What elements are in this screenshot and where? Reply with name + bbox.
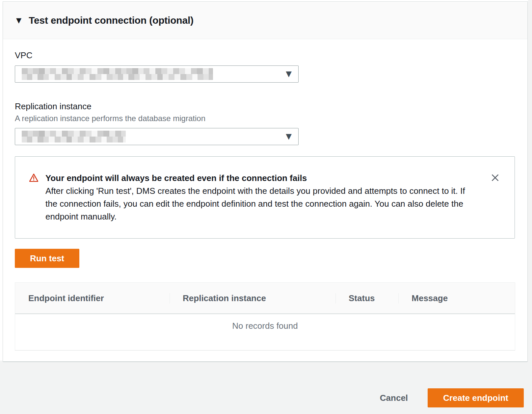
warning-alert-title: Your endpoint will always be created eve… bbox=[45, 172, 473, 185]
vpc-select[interactable]: ▼ bbox=[15, 65, 299, 83]
chevron-down-icon: ▼ bbox=[286, 70, 292, 78]
replication-instance-field-group: Replication instance A replication insta… bbox=[15, 101, 514, 145]
replication-instance-label: Replication instance bbox=[15, 101, 514, 112]
vpc-field-group: VPC ▼ bbox=[15, 50, 514, 83]
close-icon bbox=[490, 173, 500, 184]
test-endpoint-connection-panel: ▼ Test endpoint connection (optional) VP… bbox=[3, 1, 528, 362]
cancel-button[interactable]: Cancel bbox=[380, 388, 408, 407]
vpc-select-value-redacted bbox=[22, 68, 213, 80]
warning-alert: Your endpoint will always be created eve… bbox=[15, 156, 515, 239]
section-title: Test endpoint connection (optional) bbox=[29, 15, 194, 26]
warning-alert-content: Your endpoint will always be created eve… bbox=[45, 172, 473, 223]
form-actions-footer: Cancel Create endpoint bbox=[0, 362, 532, 414]
replication-instance-select-value-redacted bbox=[22, 131, 126, 142]
test-results-table: Endpoint identifier Replication instance… bbox=[15, 282, 515, 350]
warning-alert-body: After clicking 'Run test', DMS creates t… bbox=[45, 185, 473, 223]
column-header-replication-instance: Replication instance bbox=[170, 293, 335, 303]
column-header-endpoint-identifier: Endpoint identifier bbox=[15, 293, 170, 303]
section-expand-caret-icon: ▼ bbox=[16, 17, 21, 24]
page-left-margin bbox=[0, 0, 3, 361]
create-endpoint-button[interactable]: Create endpoint bbox=[428, 388, 524, 407]
warning-triangle-icon bbox=[29, 173, 39, 223]
section-body: VPC ▼ Replication instance A replication… bbox=[3, 39, 527, 350]
vpc-label: VPC bbox=[15, 50, 514, 61]
table-empty-state: No records found bbox=[15, 314, 515, 350]
chevron-down-icon: ▼ bbox=[286, 133, 292, 140]
replication-instance-description: A replication instance performs the data… bbox=[15, 114, 514, 123]
section-header-test-endpoint-connection[interactable]: ▼ Test endpoint connection (optional) bbox=[3, 2, 527, 39]
run-test-button[interactable]: Run test bbox=[15, 249, 79, 268]
column-header-message: Message bbox=[398, 293, 515, 303]
alert-close-button[interactable] bbox=[490, 172, 501, 184]
table-header-row: Endpoint identifier Replication instance… bbox=[15, 283, 515, 314]
column-header-status: Status bbox=[335, 293, 398, 303]
replication-instance-select[interactable]: ▼ bbox=[15, 128, 299, 145]
